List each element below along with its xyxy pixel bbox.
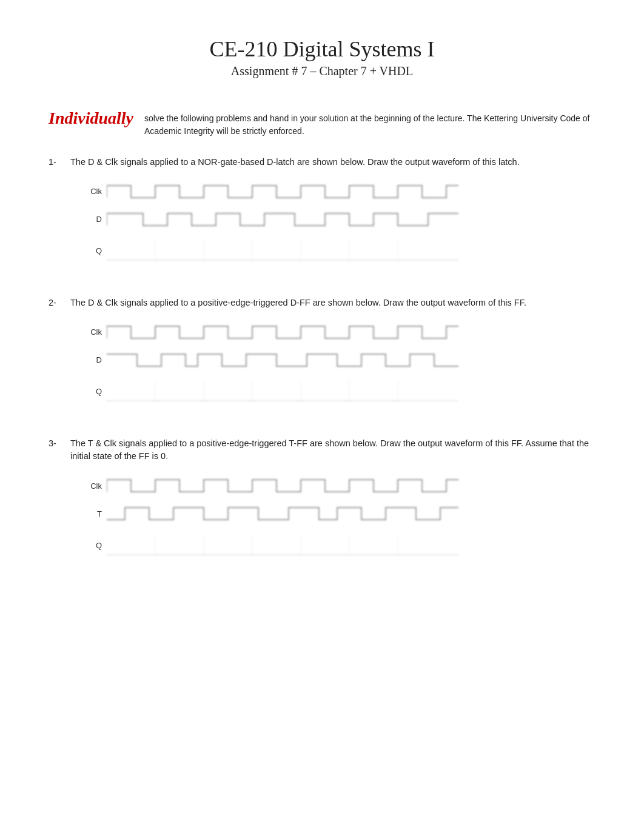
t-label-3: T (85, 509, 107, 518)
clk-label-1: Clk (85, 187, 107, 196)
d-row-2: D (85, 349, 595, 372)
q-row-1: Q (85, 236, 595, 266)
q-row-3: Q (85, 530, 595, 560)
page-title: CE-210 Digital Systems I (49, 36, 595, 62)
d-label-2: D (85, 355, 107, 364)
clk-row-3: Clk (85, 474, 595, 497)
clk-row-2: Clk (85, 321, 595, 344)
problem-3-text: The T & Clk signals applied to a positiv… (70, 437, 595, 464)
problem-2: 2- The D & Clk signals applied to a posi… (49, 297, 595, 407)
waveform-2: Clk D Q (85, 321, 595, 407)
clk-label-3: Clk (85, 481, 107, 491)
clk-signal-2 (107, 323, 458, 341)
q-label-1: Q (85, 246, 107, 255)
waveform-1: Clk D Q (85, 180, 595, 266)
t-row-3: T (85, 502, 595, 525)
clk-signal-3 (107, 477, 458, 495)
problem-3-header: 3- The T & Clk signals applied to a posi… (49, 437, 595, 464)
problem-1-number: 1- (49, 156, 70, 169)
q-label-2: Q (85, 387, 107, 396)
problem-2-header: 2- The D & Clk signals applied to a posi… (49, 297, 595, 310)
problem-1: 1- The D & Clk signals applied to a NOR‑… (49, 156, 595, 266)
page-subtitle: Assignment # 7 – Chapter 7 + VHDL (49, 64, 595, 78)
q-row-2: Q (85, 377, 595, 407)
clk-signal-1 (107, 183, 458, 201)
d-signal-1 (107, 210, 458, 229)
clk-label-2: Clk (85, 327, 107, 337)
individually-label: Individually (49, 109, 133, 128)
d-signal-2 (107, 351, 458, 369)
q-signal-2 (107, 378, 458, 405)
q-signal-1 (107, 237, 458, 264)
problem-3: 3- The T & Clk signals applied to a posi… (49, 437, 595, 561)
q-signal-3 (107, 532, 458, 559)
problem-3-number: 3- (49, 437, 70, 451)
intro-text: solve the following problems and hand in… (144, 109, 595, 138)
page-header: CE-210 Digital Systems I Assignment # 7 … (49, 36, 595, 78)
d-row-1: D (85, 208, 595, 231)
problem-2-text: The D & Clk signals applied to a positiv… (70, 297, 595, 310)
q-label-3: Q (85, 541, 107, 550)
t-signal-3 (107, 505, 458, 523)
problem-1-header: 1- The D & Clk signals applied to a NOR‑… (49, 156, 595, 169)
d-label-1: D (85, 215, 107, 224)
waveform-3: Clk T Q (85, 474, 595, 560)
problem-1-text: The D & Clk signals applied to a NOR‑gat… (70, 156, 595, 169)
intro-section: Individually solve the following problem… (49, 109, 595, 138)
problem-2-number: 2- (49, 297, 70, 310)
clk-row-1: Clk (85, 180, 595, 203)
